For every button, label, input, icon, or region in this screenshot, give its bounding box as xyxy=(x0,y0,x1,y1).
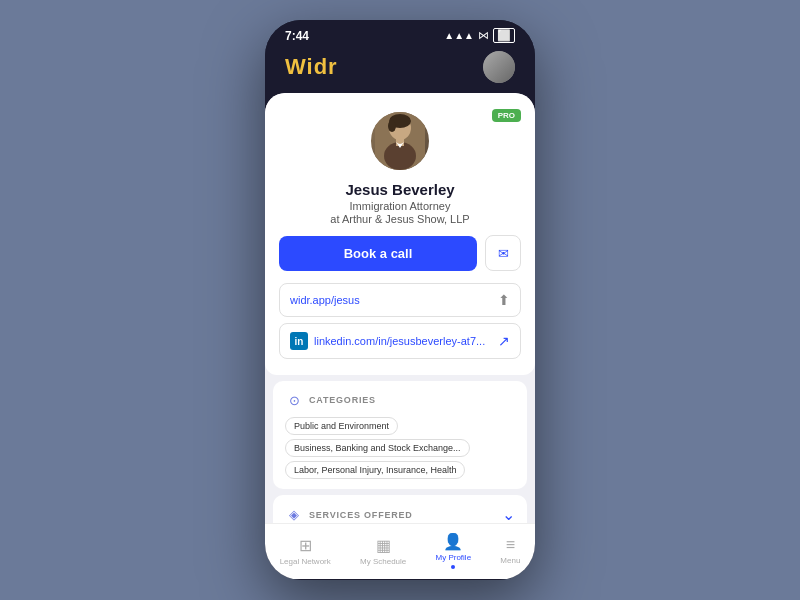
profile-name: Jesus Beverley xyxy=(265,181,535,198)
my-profile-label: My Profile xyxy=(436,553,472,562)
linkedin-link-row[interactable]: in linkedin.com/in/jesusbeverley-at7... … xyxy=(279,323,521,359)
profile-avatar-wrapper: PRO xyxy=(265,93,535,173)
linkedin-link-text: linkedin.com/in/jesusbeverley-at7... xyxy=(314,335,492,347)
nav-menu[interactable]: ≡ Menu xyxy=(500,536,520,565)
wifi-icon: ⋈ xyxy=(478,29,489,42)
status-bar: 7:44 ▲▲▲ ⋈ ⬜ xyxy=(265,20,535,47)
services-title: SERVICES OFFERED xyxy=(309,510,413,520)
status-icons: ▲▲▲ ⋈ ⬜ xyxy=(444,28,515,43)
tag-business: Business, Banking and Stock Exchange... xyxy=(285,439,470,457)
categories-title: CATEGORIES xyxy=(309,395,376,405)
header-avatar-image xyxy=(483,51,515,83)
app-logo: Widr xyxy=(285,54,338,80)
header-avatar[interactable] xyxy=(483,51,515,83)
nav-legal-network[interactable]: ⊞ Legal Network xyxy=(280,536,331,566)
nav-my-schedule[interactable]: ▦ My Schedule xyxy=(360,536,406,566)
profile-avatar xyxy=(368,109,432,173)
widr-link-row[interactable]: widr.app/jesus ⬆ xyxy=(279,283,521,317)
pro-badge: PRO xyxy=(492,109,521,122)
services-header: ◈ SERVICES OFFERED ⌄ xyxy=(285,505,515,523)
my-profile-icon: 👤 xyxy=(443,532,463,551)
phone-frame: 7:44 ▲▲▲ ⋈ ⬜ Widr xyxy=(265,20,535,580)
categories-header: ⊙ CATEGORIES xyxy=(285,391,515,409)
tag-labor: Labor, Personal Injury, Insurance, Healt… xyxy=(285,461,465,479)
categories-tags: Public and Environment Business, Banking… xyxy=(285,417,515,479)
external-link-icon[interactable]: ↗ xyxy=(498,333,510,349)
menu-icon: ≡ xyxy=(506,536,515,554)
action-row: Book a call ✉ xyxy=(265,225,535,277)
app-header: Widr xyxy=(265,47,535,93)
email-icon: ✉ xyxy=(498,246,509,261)
chevron-down-icon[interactable]: ⌄ xyxy=(502,505,515,523)
profile-title: Immigration Attorney xyxy=(265,200,535,212)
signal-icon: ▲▲▲ xyxy=(444,30,474,41)
my-schedule-label: My Schedule xyxy=(360,557,406,566)
legal-network-label: Legal Network xyxy=(280,557,331,566)
svg-point-3 xyxy=(388,120,396,132)
share-icon[interactable]: ⬆ xyxy=(498,292,510,308)
categories-section: ⊙ CATEGORIES Public and Environment Busi… xyxy=(273,381,527,489)
nav-my-profile[interactable]: 👤 My Profile xyxy=(436,532,472,569)
battery-icon: ⬜ xyxy=(493,28,515,43)
linkedin-icon: in xyxy=(290,332,308,350)
menu-label: Menu xyxy=(500,556,520,565)
status-time: 7:44 xyxy=(285,29,309,43)
legal-network-icon: ⊞ xyxy=(299,536,312,555)
tag-public: Public and Environment xyxy=(285,417,398,435)
my-schedule-icon: ▦ xyxy=(376,536,391,555)
email-button[interactable]: ✉ xyxy=(485,235,521,271)
profile-card: PRO Jesus Beverley Immigration Attorney … xyxy=(265,93,535,375)
services-icon: ◈ xyxy=(285,506,303,524)
avatar-svg xyxy=(375,112,425,170)
active-dot xyxy=(451,565,455,569)
services-section: ◈ SERVICES OFFERED ⌄ Conciliation Mediat… xyxy=(273,495,527,523)
widr-link-text: widr.app/jesus xyxy=(290,294,498,306)
book-call-button[interactable]: Book a call xyxy=(279,236,477,271)
categories-icon: ⊙ xyxy=(285,391,303,409)
profile-company: at Arthur & Jesus Show, LLP xyxy=(265,213,535,225)
bottom-nav: ⊞ Legal Network ▦ My Schedule 👤 My Profi… xyxy=(265,523,535,579)
content-scroll[interactable]: PRO Jesus Beverley Immigration Attorney … xyxy=(265,93,535,523)
